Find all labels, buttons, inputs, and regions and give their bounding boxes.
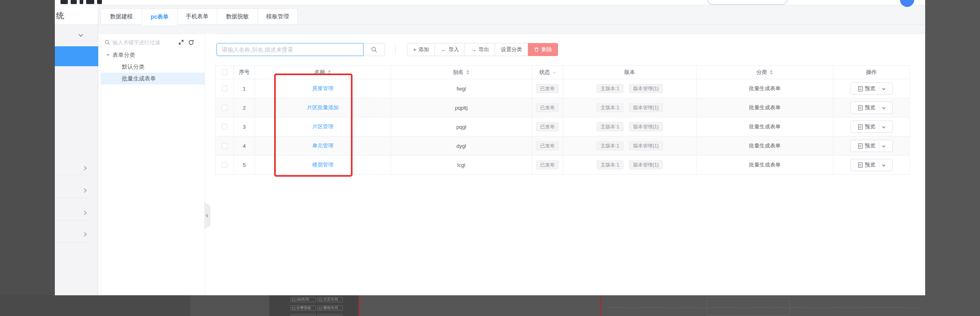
row-index: 2 — [234, 98, 255, 117]
divider — [395, 45, 396, 54]
chevron-right-icon — [82, 232, 87, 236]
header-status[interactable]: 状态 — [532, 66, 563, 79]
tree-node-label: 表单分类 — [112, 52, 135, 59]
plus-icon: + — [413, 46, 416, 53]
list-search-input[interactable] — [217, 46, 363, 53]
add-button-label: 添加 — [418, 46, 429, 53]
chevron-right-icon — [82, 210, 87, 215]
app-topbar — [55, 0, 925, 5]
chevron-down-icon[interactable] — [882, 144, 885, 147]
overlay-dim-bottom: tab布局 分页布局 折叠面板 栅格布局 1:1 — [0, 295, 980, 316]
import-button[interactable]: ← 导入 — [435, 43, 465, 56]
row-checkbox[interactable] — [222, 86, 227, 91]
export-button[interactable]: → 导出 — [465, 43, 495, 56]
version-manage-badge[interactable]: 版本管理(1) — [629, 122, 663, 131]
document-icon — [858, 162, 863, 168]
sidebar-title: 统 — [56, 10, 64, 21]
delete-button-label: 删除 — [541, 46, 552, 53]
main-version-badge[interactable]: 主版本:1 — [597, 141, 623, 150]
category-tree-panel: 表单分类 默认分类 批量生成表单 — [101, 34, 205, 295]
chevron-down-icon[interactable] — [882, 106, 885, 109]
sidebar-item-collapsed[interactable] — [55, 202, 98, 225]
tab-pc-form[interactable]: pc表单 — [142, 9, 177, 25]
dimmed-background — [190, 295, 269, 316]
sidebar-item-collapsed[interactable] — [55, 180, 98, 202]
version-manage-badge[interactable]: 版本管理(1) — [629, 103, 663, 112]
tab-data-modeling[interactable]: 数据建模 — [101, 9, 142, 25]
form-category: 批量生成表单 — [697, 156, 834, 174]
row-index: 3 — [234, 117, 255, 136]
main-version-badge[interactable]: 主版本:1 — [597, 160, 623, 169]
preview-label: 预览 — [865, 142, 876, 149]
chevron-down-icon[interactable] — [882, 163, 885, 167]
header-version: 版本 — [563, 66, 697, 79]
tree-filter-row — [104, 37, 202, 48]
tree-filter-input[interactable] — [112, 39, 177, 45]
preview-label: 预览 — [865, 104, 876, 111]
tab-template-mgmt[interactable]: 模板管理 — [258, 9, 298, 25]
overlay-dim-left — [0, 0, 55, 295]
main-version-badge[interactable]: 主版本:1 — [597, 122, 623, 131]
row-checkbox[interactable] — [222, 105, 227, 110]
search-icon — [104, 39, 110, 45]
caret-down-icon — [106, 54, 110, 56]
header-index: 序号 — [234, 66, 255, 79]
tab-bar: 数据建模 pc表单 手机表单 数据脱敏 模板管理 — [101, 9, 925, 25]
sidebar-item-active[interactable] — [55, 46, 98, 66]
preview-split-button[interactable]: 预览 — [850, 102, 893, 114]
status-badge: 已发布 — [536, 103, 559, 112]
sort-icon[interactable] — [770, 70, 773, 75]
row-index: 4 — [234, 136, 255, 155]
preview-split-button[interactable]: 预览 — [850, 82, 893, 95]
topbar-search-input[interactable] — [707, 0, 788, 5]
row-checkbox[interactable] — [222, 162, 227, 168]
row-index: 5 — [234, 156, 255, 174]
refresh-icon[interactable] — [187, 39, 195, 46]
list-search-field — [216, 43, 363, 56]
version-manage-badge[interactable]: 版本管理(1) — [629, 141, 663, 150]
list-action-buttons: + 添加 ← 导入 → 导出 设置分类 删除 — [407, 43, 558, 56]
chevron-down-icon[interactable] — [882, 125, 885, 128]
tab-mobile-form[interactable]: 手机表单 — [177, 9, 217, 25]
palette-item-collapse-panel: 折叠面板 — [290, 305, 316, 311]
status-badge: 已发布 — [536, 160, 559, 169]
add-button[interactable]: + 添加 — [407, 43, 435, 56]
main-version-badge[interactable]: 主版本:1 — [597, 84, 623, 93]
chevron-down-icon[interactable] — [882, 87, 885, 90]
tab-data-masking[interactable]: 数据脱敏 — [217, 9, 258, 25]
sidebar-collapse-toggle[interactable] — [79, 30, 82, 38]
panel-collapse-handle[interactable] — [204, 202, 210, 229]
document-icon — [858, 124, 863, 130]
delete-button[interactable]: 删除 — [528, 43, 558, 56]
preview-split-button[interactable]: 预览 — [850, 140, 893, 152]
expand-all-icon[interactable] — [177, 39, 185, 46]
divider — [56, 242, 89, 243]
tree-node-root[interactable]: 表单分类 — [101, 49, 205, 61]
row-checkbox[interactable] — [222, 124, 227, 130]
row-checkbox[interactable] — [222, 143, 227, 149]
arrow-right-icon: → — [471, 46, 476, 53]
tree-node-batch-forms[interactable]: 批量生成表单 — [101, 73, 205, 84]
status-badge: 已发布 — [536, 122, 559, 131]
main-version-badge[interactable]: 主版本:1 — [597, 103, 623, 112]
palette-item-grid-layout: 栅格布局 — [317, 305, 343, 311]
version-manage-badge[interactable]: 版本管理(1) — [629, 84, 663, 93]
header-category[interactable]: 分类 — [697, 66, 834, 79]
divider — [56, 198, 89, 198]
filter-caret-icon[interactable] — [553, 70, 556, 73]
form-category: 批量生成表单 — [697, 98, 834, 117]
search-button[interactable] — [363, 43, 385, 56]
set-category-label: 设置分类 — [501, 46, 522, 53]
header-alias[interactable]: 别名 — [391, 66, 532, 79]
import-button-label: 导入 — [448, 46, 459, 53]
select-all-checkbox[interactable] — [222, 69, 227, 75]
form-alias: fwgl — [391, 79, 532, 98]
set-category-button[interactable]: 设置分类 — [495, 43, 528, 56]
sidebar-item-collapsed[interactable] — [55, 158, 98, 180]
preview-split-button[interactable]: 预览 — [850, 159, 893, 171]
version-manage-badge[interactable]: 版本管理(1) — [629, 160, 663, 169]
form-alias: pqgl — [391, 117, 532, 136]
preview-split-button[interactable]: 预览 — [850, 121, 893, 133]
tree-node-default-category[interactable]: 默认分类 — [101, 61, 205, 73]
sort-icon[interactable] — [466, 70, 469, 75]
